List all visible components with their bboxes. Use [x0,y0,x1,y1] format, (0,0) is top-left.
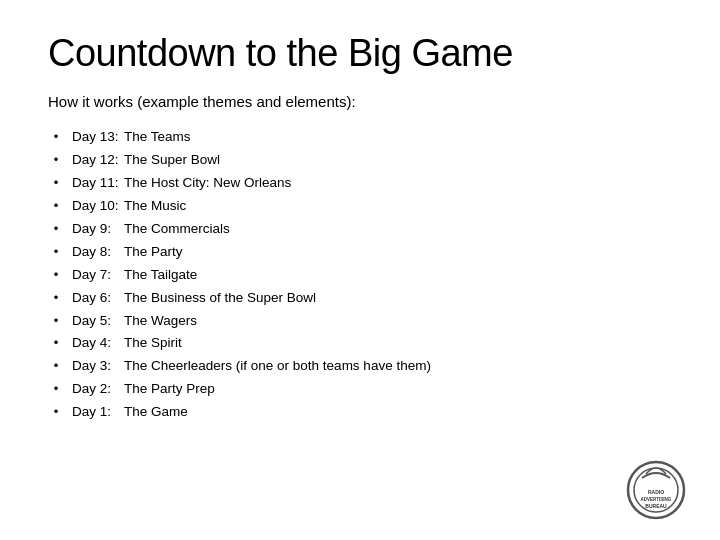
list-item: •Day 12:The Super Bowl [48,149,672,172]
list-item: •Day 5:The Wagers [48,310,672,333]
theme-label: The Game [124,401,188,424]
theme-label: The Party Prep [124,378,215,401]
bullet-icon: • [48,355,64,377]
bullet-icon: • [48,401,64,423]
day-label: Day 7: [72,264,124,287]
list-item: •Day 9:The Commercials [48,218,672,241]
day-label: Day 5: [72,310,124,333]
day-label: Day 2: [72,378,124,401]
theme-label: The Music [124,195,186,218]
day-label: Day 11: [72,172,124,195]
page-container: Countdown to the Big Game How it works (… [0,0,720,540]
list-item: •Day 11:The Host City: New Orleans [48,172,672,195]
theme-label: The Cheerleaders (if one or both teams h… [124,355,431,378]
list-item: •Day 13:The Teams [48,126,672,149]
svg-text:BUREAU: BUREAU [645,503,667,509]
list-item: •Day 8:The Party [48,241,672,264]
subtitle: How it works (example themes and element… [48,93,672,110]
svg-text:ADVERTISING: ADVERTISING [641,497,672,502]
day-label: Day 6: [72,287,124,310]
theme-label: The Wagers [124,310,197,333]
bullet-icon: • [48,378,64,400]
day-label: Day 1: [72,401,124,424]
day-label: Day 10: [72,195,124,218]
bullet-icon: • [48,241,64,263]
day-label: Day 4: [72,332,124,355]
list-item: •Day 2:The Party Prep [48,378,672,401]
day-label: Day 8: [72,241,124,264]
items-list: •Day 13:The Teams•Day 12:The Super Bowl•… [48,126,672,424]
bullet-icon: • [48,149,64,171]
theme-label: The Spirit [124,332,182,355]
list-item: •Day 10:The Music [48,195,672,218]
bullet-icon: • [48,126,64,148]
list-item: •Day 7:The Tailgate [48,264,672,287]
theme-label: The Business of the Super Bowl [124,287,316,310]
rab-logo: RADIO ADVERTISING BUREAU [624,458,688,522]
bullet-icon: • [48,172,64,194]
bullet-icon: • [48,310,64,332]
list-item: •Day 1:The Game [48,401,672,424]
theme-label: The Tailgate [124,264,197,287]
theme-label: The Super Bowl [124,149,220,172]
bullet-icon: • [48,287,64,309]
list-item: •Day 6:The Business of the Super Bowl [48,287,672,310]
page-title: Countdown to the Big Game [48,32,672,75]
day-label: Day 3: [72,355,124,378]
list-item: •Day 4:The Spirit [48,332,672,355]
bullet-icon: • [48,218,64,240]
theme-label: The Party [124,241,183,264]
bullet-icon: • [48,195,64,217]
bullet-icon: • [48,332,64,354]
day-label: Day 9: [72,218,124,241]
theme-label: The Commercials [124,218,230,241]
day-label: Day 12: [72,149,124,172]
bullet-icon: • [48,264,64,286]
theme-label: The Teams [124,126,191,149]
day-label: Day 13: [72,126,124,149]
theme-label: The Host City: New Orleans [124,172,291,195]
svg-text:RADIO: RADIO [648,489,664,495]
list-item: •Day 3:The Cheerleaders (if one or both … [48,355,672,378]
